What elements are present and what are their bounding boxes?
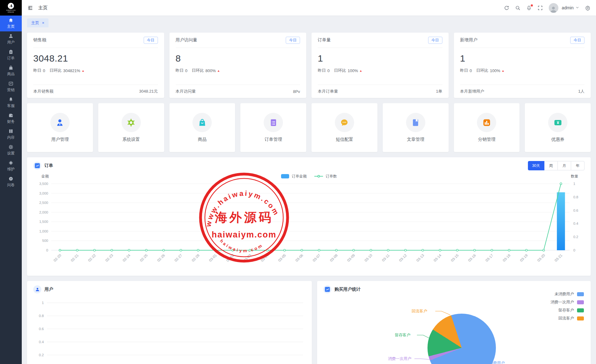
sidebar-item-settings[interactable]: 设置 <box>0 142 22 158</box>
quick-link-label: 商品 <box>198 137 206 142</box>
svg-text:03-07: 03-07 <box>312 253 321 262</box>
legend-returning[interactable]: 回流客户 <box>558 316 584 321</box>
range-30d-button[interactable]: 30天 <box>528 161 544 170</box>
svg-text:02-22: 02-22 <box>87 253 96 262</box>
legend-swatch <box>577 316 584 320</box>
sidebar-item-service[interactable]: 客服 <box>0 95 22 111</box>
svg-text:03-13: 03-13 <box>416 253 425 262</box>
stat-card-orders: 订单量今日 1 昨日0日环比100%▲ 本月订单量1单 <box>312 33 449 98</box>
sidebar-item-content[interactable]: 内容 <box>0 127 22 142</box>
sidebar-item-home[interactable]: 主页 <box>0 16 22 31</box>
range-week-button[interactable]: 周 <box>544 161 558 170</box>
svg-text:03-02: 03-02 <box>226 253 235 262</box>
svg-text:03-03: 03-03 <box>243 253 252 262</box>
range-month-button[interactable]: 月 <box>557 161 571 170</box>
main-area: 主页 admin <box>22 0 596 364</box>
quick-link-goods[interactable]: 商品 <box>169 103 235 152</box>
quick-link-label: 文章管理 <box>407 137 424 142</box>
collapse-menu-icon[interactable] <box>27 5 33 11</box>
quick-icon-circle <box>122 113 141 132</box>
legend-order-count[interactable]: 订单数 <box>314 174 337 179</box>
svg-text:03-01: 03-01 <box>208 253 217 262</box>
order-chart-card: 订单 30天 周 月 年 金额 订单金额 订单数 数量 <box>27 157 591 276</box>
quick-link-coupon[interactable]: ¥ 优惠券 <box>525 103 591 152</box>
quick-link-distribution[interactable]: 分销管理 <box>454 103 520 152</box>
bar-chart-icon <box>483 118 491 127</box>
legend-no-purchase[interactable]: 未消费用户 <box>555 292 584 297</box>
quick-link-article-manage[interactable]: 文章管理 <box>383 103 449 152</box>
legend-retained[interactable]: 留存客户 <box>558 308 584 313</box>
stat-footer-value: 3048.21元 <box>139 89 158 94</box>
stat-title: 新增用户 <box>460 37 478 43</box>
gear-icon <box>127 118 135 127</box>
account-menu[interactable]: admin <box>562 5 579 11</box>
tab-home[interactable]: 主页 × <box>27 18 49 27</box>
sidebar-item-finance[interactable]: 财务 <box>0 111 22 127</box>
legend-one-purchase[interactable]: 消费一次用户 <box>551 300 584 305</box>
legend-label: 订单金额 <box>292 174 307 179</box>
tab-close-icon[interactable]: × <box>42 21 44 25</box>
book-bookmark-icon <box>411 118 420 127</box>
notifications-bell-icon[interactable] <box>526 5 532 11</box>
svg-text:3,500: 3,500 <box>39 182 48 186</box>
sidebar-item-users[interactable]: 用户 <box>0 31 22 47</box>
sidebar-item-marketing[interactable]: 营销 <box>0 79 22 95</box>
refresh-icon[interactable] <box>504 5 509 11</box>
svg-text:02-26: 02-26 <box>156 253 165 262</box>
stat-footer-label: 本月订单量 <box>318 89 338 94</box>
svg-text:0.6: 0.6 <box>39 327 44 331</box>
sidebar-item-orders[interactable]: 订单 <box>0 47 22 63</box>
svg-text:0.2: 0.2 <box>39 353 44 357</box>
avatar[interactable] <box>549 3 558 13</box>
quick-icon-circle <box>477 113 496 132</box>
legend-label: 留存客户 <box>558 308 574 313</box>
marketing-icon <box>8 81 13 86</box>
legend-order-amount[interactable]: 订单金额 <box>281 174 307 179</box>
svg-text:02-20: 02-20 <box>53 253 62 262</box>
search-icon[interactable] <box>515 5 520 11</box>
quick-link-sms-config[interactable]: 短信配置 <box>312 103 377 152</box>
quick-link-system-settings[interactable]: 系统设置 <box>98 103 164 152</box>
legend-label: 消费一次用户 <box>551 300 574 305</box>
quick-icon-circle <box>335 113 354 132</box>
svg-text:03-11: 03-11 <box>381 253 390 262</box>
svg-text:03-08: 03-08 <box>329 253 338 262</box>
today-badge[interactable]: 今日 <box>570 37 584 44</box>
quick-link-user-manage[interactable]: 用户管理 <box>27 103 93 152</box>
quick-icon-circle <box>192 113 212 132</box>
today-badge[interactable]: 今日 <box>144 37 158 44</box>
stat-footer-value: 1人 <box>578 89 584 94</box>
ratio-label: 日环比 <box>476 68 488 73</box>
sidebar-item-goods[interactable]: 商品 <box>0 63 22 79</box>
legend-swatch <box>577 292 584 296</box>
order-chart-legend: 订单金额 订单数 <box>281 174 337 179</box>
tab-bar: 主页 × <box>22 16 596 27</box>
fullscreen-icon[interactable] <box>538 5 543 11</box>
ratio-value: 100% <box>348 68 358 73</box>
prev-label: 昨日 <box>460 68 468 73</box>
today-badge[interactable]: 今日 <box>428 37 442 44</box>
sidebar-item-survey[interactable]: ? 问卷 <box>0 174 22 190</box>
sidebar-item-label: 订单 <box>7 56 15 61</box>
quick-icon-circle <box>406 113 425 132</box>
svg-text:03-18: 03-18 <box>502 253 511 262</box>
legend-label: 订单数 <box>326 174 337 179</box>
stat-footer-value: 8Pv <box>293 89 300 94</box>
settings-gear-icon[interactable] <box>585 5 590 11</box>
shopping-bag-icon <box>198 118 206 127</box>
svg-text:2,000: 2,000 <box>39 210 48 214</box>
goods-icon <box>8 65 13 70</box>
quick-link-order-manage[interactable]: 订单管理 <box>240 103 306 152</box>
pie-chart[interactable] <box>427 314 496 364</box>
svg-text:03-12: 03-12 <box>398 253 407 262</box>
ratio-value: 800% <box>206 68 216 73</box>
svg-text:03-14: 03-14 <box>433 253 442 263</box>
trend-up-icon: ▲ <box>359 69 362 72</box>
sidebar-item-maintain[interactable]: 维护 <box>0 158 22 174</box>
today-badge[interactable]: 今日 <box>286 37 300 44</box>
svg-text:02-25: 02-25 <box>139 253 148 262</box>
range-year-button[interactable]: 年 <box>571 161 584 170</box>
svg-text:0.8: 0.8 <box>573 195 578 199</box>
prev-label: 昨日 <box>318 68 326 73</box>
svg-text:02-21: 02-21 <box>70 253 79 262</box>
